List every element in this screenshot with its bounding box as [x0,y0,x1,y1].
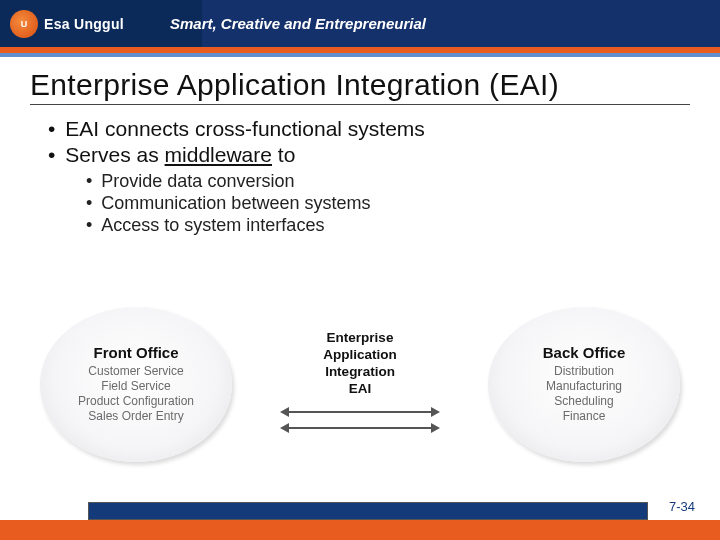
sub-bullet-item: • Provide data conversion [86,171,680,192]
bullet-dot-icon: • [86,215,92,236]
sub-bullet-text: Provide data conversion [101,171,294,192]
ellipse-item: Distribution [554,364,614,379]
page-number: 7-34 [669,499,695,514]
ellipse-item: Customer Service [88,364,183,379]
sub-bullet-item: • Access to system interfaces [86,215,680,236]
ellipse-item: Scheduling [554,394,613,409]
logo-text: Esa Unggul [44,16,124,32]
front-office-ellipse: Front Office Customer Service Field Serv… [40,307,232,462]
sub-bullet-text: Communication between systems [101,193,370,214]
sub-bullet-list: • Provide data conversion • Communicatio… [86,171,680,236]
footer-blue-bar [88,502,648,520]
bullet-dot-icon: • [86,193,92,214]
logo: U Esa Unggul [10,6,130,42]
slide-title: Enterprise Application Integration (EAI) [30,68,690,105]
ellipse-title: Front Office [94,344,179,361]
bullet-dot-icon: • [48,143,55,167]
bullet-dot-icon: • [86,171,92,192]
arrow-right-icon [280,407,440,417]
arrow-left-icon [280,423,440,433]
bullet-item: • Serves as middleware to [48,143,680,167]
footer-orange-bar [0,520,720,540]
bullet-text: Serves as middleware to [65,143,295,167]
eai-diagram: Front Office Customer Service Field Serv… [10,290,710,478]
sub-bullet-item: • Communication between systems [86,193,680,214]
bullet-text: EAI connects cross-functional systems [65,117,424,141]
back-office-ellipse: Back Office Distribution Manufacturing S… [488,307,680,462]
accent-stripe [0,48,720,57]
bullet-dot-icon: • [48,117,55,141]
slide-header: U Esa Unggul Smart, Creative and Entrepr… [0,0,720,50]
content-area: • EAI connects cross-functional systems … [0,113,720,236]
ellipse-item: Product Configuration [78,394,194,409]
diagram-center: Enterprise Application Integration EAI [270,330,450,438]
bullet-item: • EAI connects cross-functional systems [48,117,680,141]
ellipse-item: Sales Order Entry [88,409,183,424]
ellipse-item: Finance [563,409,606,424]
sub-bullet-text: Access to system interfaces [101,215,324,236]
ellipse-item: Manufacturing [546,379,622,394]
bidirectional-arrows [280,402,440,438]
center-label: Enterprise Application Integration EAI [323,330,397,398]
ellipse-title: Back Office [543,344,626,361]
underlined-term: middleware [165,143,272,166]
logo-icon: U [10,10,38,38]
header-tagline: Smart, Creative and Entrepreneurial [170,15,426,32]
ellipse-item: Field Service [101,379,170,394]
slide-footer: 7-34 [0,490,720,540]
